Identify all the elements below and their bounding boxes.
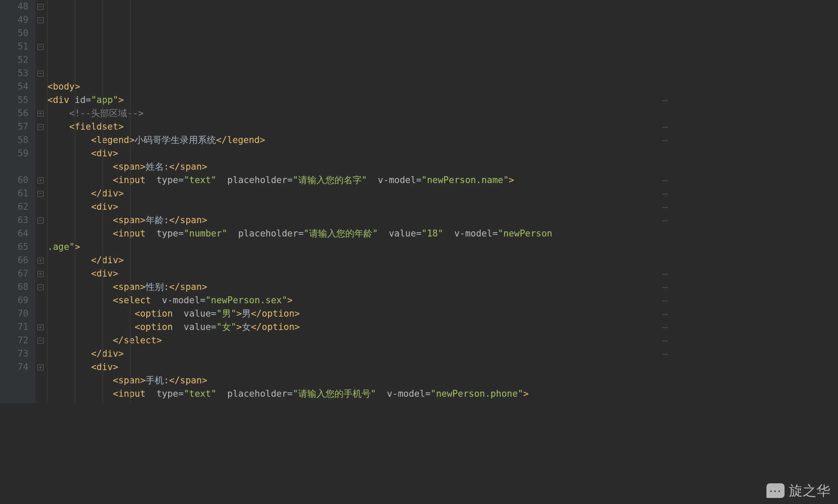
line-number: 61 <box>0 187 28 200</box>
fold-open-icon[interactable] <box>38 284 44 290</box>
fold-open-icon[interactable] <box>38 124 44 130</box>
fold-open-icon[interactable] <box>38 218 44 224</box>
fold-close-icon[interactable] <box>38 258 44 264</box>
code-line[interactable]: </div> <box>47 254 670 267</box>
line-number: 72 <box>0 334 28 347</box>
soft-wrap-marker: – <box>662 347 668 361</box>
fold-open-icon[interactable] <box>38 4 44 10</box>
line-number: 53 <box>0 67 28 80</box>
line-number: 58 <box>0 134 28 147</box>
code-line[interactable]: <option value="男">男</option> <box>47 307 670 320</box>
soft-wrap-marker: – <box>662 267 668 280</box>
line-number: 73 <box>0 347 28 361</box>
fold-close-icon[interactable] <box>38 364 44 370</box>
code-line[interactable]: <body> <box>47 80 670 93</box>
code-line[interactable]: <fieldset> <box>47 120 670 134</box>
code-line[interactable]: <div id="app"> <box>47 93 670 107</box>
code-line[interactable]: <input type="text" placeholder="请输入您的名字"… <box>47 174 670 187</box>
soft-wrap-marker: – <box>662 294 668 307</box>
soft-wrap-marker: – <box>662 174 668 187</box>
line-number: 55 <box>0 93 28 107</box>
code-line[interactable]: <span>性别:</span> <box>47 280 670 294</box>
code-line[interactable]: <div> <box>47 147 670 160</box>
line-number: 66 <box>0 254 28 267</box>
soft-wrap-marker: – <box>662 214 668 227</box>
fold-open-icon[interactable] <box>38 338 44 344</box>
line-number: 68 <box>0 280 28 294</box>
line-number: 74 <box>0 361 28 374</box>
fold-close-icon[interactable] <box>38 177 44 184</box>
code-line[interactable]: <span>年龄:</span> <box>47 214 670 227</box>
code-line[interactable]: <input type="number" placeholder="请输入您的年… <box>47 227 670 240</box>
line-number: 60 <box>0 174 28 187</box>
code-line[interactable]: <div> <box>47 200 670 214</box>
line-number: 52 <box>0 53 28 67</box>
code-line[interactable]: </div> <box>47 187 670 200</box>
line-number: 50 <box>0 27 28 40</box>
soft-wrap-marker: – <box>662 93 668 107</box>
fold-open-icon[interactable] <box>38 71 44 77</box>
line-number: 54 <box>0 80 28 93</box>
soft-wrap-marker: – <box>662 334 668 347</box>
code-line[interactable]: <span>手机:</span> <box>47 374 670 387</box>
code-line[interactable]: <select v-model="newPerson.sex"> <box>47 294 670 307</box>
line-number: 65 <box>0 240 28 254</box>
line-number: 57 <box>0 120 28 134</box>
fold-column <box>35 0 46 403</box>
fold-close-icon[interactable] <box>38 271 44 277</box>
line-number: 48 <box>0 0 28 13</box>
line-number-gutter: 4849505152535455565758596061626364656667… <box>0 0 35 403</box>
code-editor: 4849505152535455565758596061626364656667… <box>0 0 670 403</box>
soft-wrap-marker: – <box>662 134 668 147</box>
line-number: 63 <box>0 214 28 227</box>
code-line[interactable]: <input type="text" placeholder="请输入您的手机号… <box>47 387 670 401</box>
code-line[interactable]: <!--头部区域--> <box>47 107 670 120</box>
fold-close-icon[interactable] <box>38 111 44 117</box>
soft-wrap-marker: – <box>662 320 668 334</box>
soft-wrap-marker: – <box>662 187 668 200</box>
line-number: 67 <box>0 267 28 280</box>
code-line[interactable]: </div> <box>47 347 670 361</box>
code-area[interactable]: <body><div id="app"> <!--头部区域--> <fields… <box>46 0 670 403</box>
code-line[interactable]: </div> <box>47 401 670 403</box>
fold-open-icon[interactable] <box>38 17 44 23</box>
code-line[interactable]: <div> <box>47 361 670 374</box>
code-line[interactable]: <div> <box>47 267 670 280</box>
line-number: 49 <box>0 13 28 27</box>
fold-open-icon[interactable] <box>38 44 44 50</box>
line-number: 70 <box>0 307 28 320</box>
soft-wrap-marker: – <box>662 120 668 134</box>
soft-wrap-marker: – <box>662 280 668 294</box>
line-number: 69 <box>0 294 28 307</box>
line-number: 51 <box>0 40 28 53</box>
line-number: 59 <box>0 147 28 160</box>
code-line[interactable]: .age"> <box>47 240 670 254</box>
code-line[interactable]: <span>姓名:</span> <box>47 160 670 174</box>
fold-open-icon[interactable] <box>38 191 44 197</box>
soft-wrap-marker: – <box>662 200 668 214</box>
line-number <box>0 160 28 174</box>
fold-close-icon[interactable] <box>38 324 44 330</box>
line-number: 71 <box>0 320 28 334</box>
soft-wrap-marker: – <box>662 307 668 320</box>
code-line[interactable]: </select> <box>47 334 670 347</box>
line-number: 64 <box>0 227 28 240</box>
line-number: 56 <box>0 107 28 120</box>
code-line[interactable]: <legend>小码哥学生录用系统</legend> <box>47 134 670 147</box>
code-line[interactable]: <option value="女">女</option> <box>47 320 670 334</box>
line-number: 62 <box>0 200 28 214</box>
